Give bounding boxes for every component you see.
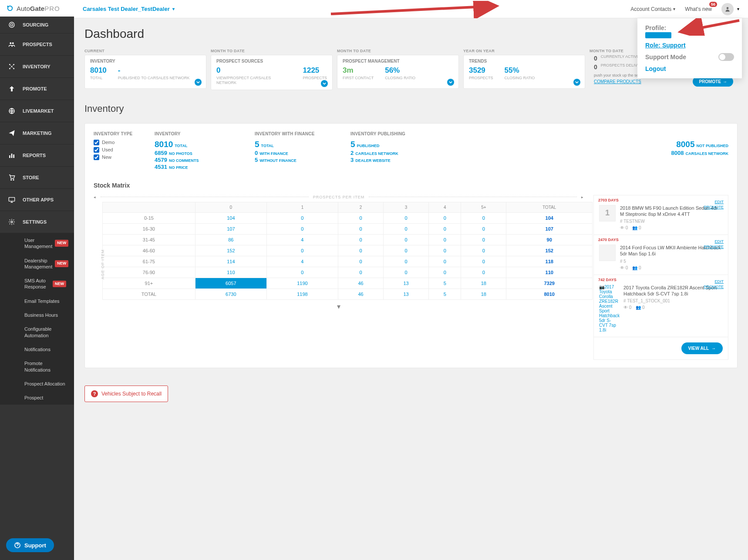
matrix-cell[interactable]: 0	[429, 256, 461, 267]
matrix-cell[interactable]: 90	[506, 234, 593, 245]
matrix-cell[interactable]: 107	[506, 223, 593, 234]
matrix-cell[interactable]: 0	[461, 223, 506, 234]
recall-alert[interactable]: ? Vehicles Subject to Recall	[84, 386, 168, 402]
matrix-cell[interactable]: 0	[461, 245, 506, 256]
promote-link[interactable]: PROMOTE	[704, 205, 724, 209]
matrix-cell[interactable]: 6730	[195, 288, 266, 299]
matrix-cell[interactable]: 4	[266, 234, 338, 245]
matrix-cell[interactable]: 1198	[266, 288, 338, 299]
matrix-cell[interactable]: 1190	[266, 278, 338, 288]
sub-dealership-management[interactable]: Dealership ManagementNEW	[0, 254, 74, 274]
matrix-cell[interactable]: 0	[461, 234, 506, 245]
matrix-cell[interactable]: 0	[384, 234, 429, 245]
edit-link[interactable]: EDIT	[704, 279, 724, 284]
matrix-cell[interactable]: 0	[384, 256, 429, 267]
profile-menu-toggle[interactable]: ▾	[721, 3, 739, 15]
account-contacts-link[interactable]: Account Contacts ▾	[630, 6, 675, 12]
inventory-item[interactable]: 742 DAYS 📷2017 Toyota Corolla ZRE182R As…	[594, 275, 728, 337]
promote-link[interactable]: PROMOTE	[704, 285, 724, 289]
matrix-cell[interactable]: 0	[461, 212, 506, 223]
matrix-cell[interactable]: 0	[338, 212, 383, 223]
edit-link[interactable]: EDIT	[704, 239, 724, 244]
nav-sourcing[interactable]: SOURCING	[0, 17, 74, 34]
matrix-cell[interactable]: 5	[429, 288, 461, 299]
matrix-cell[interactable]: 4	[266, 256, 338, 267]
matrix-cell[interactable]: 86	[195, 234, 266, 245]
matrix-cell[interactable]: 0	[384, 267, 429, 278]
nav-inventory[interactable]: INVENTORY	[0, 56, 74, 78]
matrix-cell[interactable]: 0	[338, 267, 383, 278]
matrix-cell[interactable]: 110	[195, 267, 266, 278]
pager-right-icon[interactable]: ▸	[581, 195, 584, 199]
logout-link[interactable]: Logout	[645, 65, 734, 72]
matrix-cell[interactable]: 0	[338, 256, 383, 267]
sub-prospect[interactable]: Prospect	[0, 391, 74, 405]
matrix-cell[interactable]: 0	[384, 223, 429, 234]
matrix-cell[interactable]: 114	[195, 256, 266, 267]
matrix-cell[interactable]: 104	[506, 212, 593, 223]
expand-icon[interactable]	[447, 79, 454, 86]
profile-role-link[interactable]: Role: Support	[645, 42, 734, 49]
matrix-cell[interactable]: 13	[384, 278, 429, 288]
inventory-item[interactable]: 2703 DAYS 1 2018 BMW M5 F90 Launch Editi…	[594, 195, 728, 235]
nav-store[interactable]: STORE	[0, 167, 74, 189]
matrix-cell[interactable]: 0	[338, 245, 383, 256]
expand-icon[interactable]	[195, 79, 202, 86]
edit-link[interactable]: EDIT	[704, 200, 724, 204]
matrix-cell[interactable]: 0	[338, 234, 383, 245]
matrix-cell[interactable]: 104	[195, 212, 266, 223]
matrix-cell[interactable]: 0	[266, 245, 338, 256]
matrix-cell[interactable]: 107	[195, 223, 266, 234]
matrix-cell[interactable]: 0	[429, 223, 461, 234]
matrix-cell[interactable]: 46	[338, 288, 383, 299]
sub-notifications[interactable]: Notifications	[0, 342, 74, 356]
matrix-cell[interactable]: 0	[384, 245, 429, 256]
matrix-cell[interactable]: 0	[461, 256, 506, 267]
matrix-cell[interactable]: 0	[429, 212, 461, 223]
view-all-button[interactable]: VIEW ALL →	[681, 342, 723, 354]
matrix-cell[interactable]: 0	[429, 267, 461, 278]
matrix-cell[interactable]: 0	[384, 212, 429, 223]
matrix-cell[interactable]: 18	[461, 288, 506, 299]
support-mode-toggle[interactable]	[718, 53, 734, 61]
matrix-cell[interactable]: 152	[195, 245, 266, 256]
whats-new-link[interactable]: What's new56	[685, 6, 712, 12]
nav-other-apps[interactable]: OTHER APPS	[0, 189, 74, 211]
matrix-cell[interactable]: 6057	[195, 278, 266, 288]
nav-prospects[interactable]: PROSPECTS	[0, 34, 74, 56]
check-new[interactable]: New	[94, 154, 146, 160]
matrix-cell[interactable]: 8010	[506, 288, 593, 299]
pager-down-icon[interactable]: ▾	[337, 303, 340, 310]
sub-configurable-automation[interactable]: Configurable Automation	[0, 322, 74, 342]
nav-reports[interactable]: REPORTS	[0, 144, 74, 167]
nav-livemarket[interactable]: LIVEMARKET	[0, 100, 74, 122]
dealer-selector[interactable]: Carsales Test Dealer_TestDealer ▾	[83, 6, 175, 12]
matrix-cell[interactable]: 110	[506, 267, 593, 278]
matrix-cell[interactable]: 46	[338, 278, 383, 288]
matrix-cell[interactable]: 0	[429, 234, 461, 245]
sub-promote-notifications[interactable]: Promote Notifications	[0, 356, 74, 377]
matrix-cell[interactable]: 0	[338, 223, 383, 234]
matrix-cell[interactable]: 152	[506, 245, 593, 256]
nav-marketing[interactable]: MARKETING	[0, 122, 74, 144]
matrix-cell[interactable]: 0	[266, 212, 338, 223]
nav-settings[interactable]: SETTINGS	[0, 211, 74, 233]
check-used[interactable]: Used	[94, 147, 146, 153]
support-button[interactable]: Support	[6, 538, 54, 552]
matrix-cell[interactable]: 118	[506, 256, 593, 267]
check-demo[interactable]: Demo	[94, 140, 146, 145]
sub-business-hours[interactable]: Business Hours	[0, 308, 74, 322]
inventory-item[interactable]: 2470 DAYS 2014 Ford Focus LW MKII Ambien…	[594, 235, 728, 275]
sub-user-management[interactable]: User ManagementNEW	[0, 233, 74, 254]
sub-prospect-allocation[interactable]: Prospect Allocation	[0, 377, 74, 391]
logo[interactable]: AutoGatePRO	[0, 0, 74, 17]
matrix-cell[interactable]: 0	[266, 267, 338, 278]
matrix-cell[interactable]: 7329	[506, 278, 593, 288]
matrix-cell[interactable]: 13	[384, 288, 429, 299]
matrix-cell[interactable]: 18	[461, 278, 506, 288]
sub-email-templates[interactable]: Email Templates	[0, 294, 74, 308]
pager-left-icon[interactable]: ◂	[94, 195, 96, 199]
expand-icon[interactable]	[321, 80, 328, 87]
matrix-cell[interactable]: 0	[266, 223, 338, 234]
matrix-cell[interactable]: 0	[429, 245, 461, 256]
